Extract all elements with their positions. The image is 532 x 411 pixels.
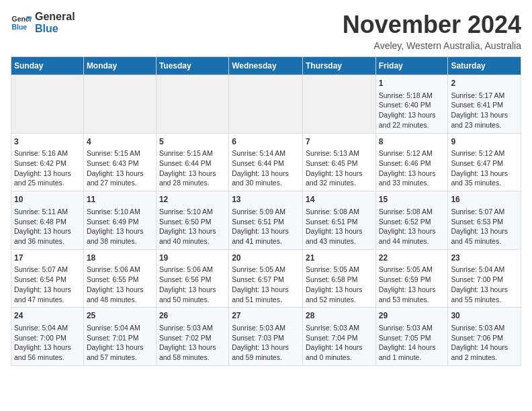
day-info: Sunset: 6:53 PM	[451, 217, 518, 227]
day-info: Daylight: 13 hours and 44 minutes.	[379, 226, 445, 246]
day-number: 10	[14, 194, 81, 205]
weekday-header-thursday: Thursday	[302, 57, 375, 75]
day-info: Sunrise: 5:05 AM	[306, 265, 373, 275]
day-info: Sunset: 6:59 PM	[379, 275, 445, 285]
location-title: Aveley, Western Australia, Australia	[343, 40, 521, 51]
day-info: Daylight: 13 hours and 23 minutes.	[451, 110, 518, 130]
day-number: 19	[159, 253, 226, 264]
calendar-cell: 7Sunrise: 5:13 AMSunset: 6:45 PMDaylight…	[302, 133, 375, 191]
day-info: Daylight: 13 hours and 25 minutes.	[14, 169, 81, 188]
day-number: 11	[87, 194, 153, 205]
logo: General Blue General Blue	[11, 11, 75, 34]
calendar-cell: 18Sunrise: 5:06 AMSunset: 6:55 PMDayligh…	[83, 249, 156, 308]
day-info: Daylight: 13 hours and 47 minutes.	[14, 285, 81, 304]
day-number: 29	[379, 310, 445, 322]
day-number: 22	[379, 253, 445, 264]
day-number: 2	[451, 78, 518, 89]
day-info: Sunrise: 5:07 AM	[14, 265, 81, 275]
day-number: 26	[159, 310, 226, 322]
day-info: Sunset: 7:01 PM	[87, 333, 153, 343]
day-info: Sunset: 6:40 PM	[379, 100, 445, 110]
weekday-header-saturday: Saturday	[448, 57, 521, 75]
day-info: Daylight: 13 hours and 35 minutes.	[451, 169, 518, 188]
calendar-cell: 22Sunrise: 5:05 AMSunset: 6:59 PMDayligh…	[375, 249, 448, 308]
day-number: 18	[87, 253, 153, 264]
calendar-cell: 2Sunrise: 5:17 AMSunset: 6:41 PMDaylight…	[448, 75, 521, 134]
day-info: Daylight: 13 hours and 58 minutes.	[159, 342, 226, 362]
day-number: 16	[451, 194, 518, 205]
day-number: 21	[306, 253, 373, 264]
calendar-cell: 13Sunrise: 5:09 AMSunset: 6:51 PMDayligh…	[229, 191, 303, 250]
calendar-cell: 6Sunrise: 5:14 AMSunset: 6:44 PMDaylight…	[229, 133, 303, 191]
day-number: 15	[379, 194, 445, 205]
day-info: Sunset: 6:57 PM	[232, 275, 300, 285]
day-info: Daylight: 13 hours and 32 minutes.	[306, 169, 373, 188]
day-number: 6	[232, 136, 300, 148]
day-info: Sunset: 6:44 PM	[159, 158, 226, 169]
calendar-cell: 8Sunrise: 5:12 AMSunset: 6:46 PMDaylight…	[375, 133, 448, 191]
day-number: 8	[379, 136, 445, 148]
day-info: Daylight: 13 hours and 38 minutes.	[87, 226, 153, 246]
day-info: Sunrise: 5:09 AM	[232, 207, 300, 217]
day-info: Sunrise: 5:12 AM	[379, 148, 445, 158]
day-info: Sunset: 6:49 PM	[87, 217, 153, 227]
day-info: Sunset: 6:43 PM	[87, 158, 153, 169]
day-info: Sunrise: 5:05 AM	[379, 265, 445, 275]
calendar-cell: 27Sunrise: 5:03 AMSunset: 7:03 PMDayligh…	[229, 308, 303, 366]
day-number: 13	[232, 194, 300, 205]
day-number: 7	[306, 136, 373, 148]
day-info: Sunset: 6:46 PM	[379, 158, 445, 169]
day-info: Daylight: 13 hours and 43 minutes.	[306, 226, 373, 246]
day-info: Sunset: 7:03 PM	[232, 333, 300, 343]
day-info: Sunrise: 5:03 AM	[451, 323, 518, 333]
calendar-cell: 25Sunrise: 5:04 AMSunset: 7:01 PMDayligh…	[83, 308, 156, 366]
day-info: Sunrise: 5:04 AM	[451, 265, 518, 275]
day-info: Sunset: 6:52 PM	[379, 217, 445, 227]
day-info: Sunset: 6:54 PM	[14, 275, 81, 285]
day-info: Sunrise: 5:11 AM	[14, 207, 81, 217]
day-info: Sunset: 6:51 PM	[306, 217, 373, 227]
day-info: Sunrise: 5:15 AM	[159, 148, 226, 158]
calendar-cell: 12Sunrise: 5:10 AMSunset: 6:50 PMDayligh…	[156, 191, 228, 250]
calendar-week-row: 10Sunrise: 5:11 AMSunset: 6:48 PMDayligh…	[11, 191, 521, 250]
day-info: Sunrise: 5:15 AM	[87, 148, 153, 158]
day-info: Daylight: 13 hours and 45 minutes.	[451, 226, 518, 246]
day-info: Sunrise: 5:03 AM	[232, 323, 300, 333]
day-number: 14	[306, 194, 373, 205]
day-info: Sunrise: 5:08 AM	[379, 207, 445, 217]
day-info: Sunset: 6:47 PM	[451, 158, 518, 169]
calendar-cell: 24Sunrise: 5:04 AMSunset: 7:00 PMDayligh…	[11, 308, 84, 366]
calendar-header-row: SundayMondayTuesdayWednesdayThursdayFrid…	[11, 57, 521, 75]
day-info: Sunset: 7:04 PM	[306, 333, 373, 343]
calendar-cell: 3Sunrise: 5:16 AMSunset: 6:42 PMDaylight…	[11, 133, 84, 191]
calendar-cell: 9Sunrise: 5:12 AMSunset: 6:47 PMDaylight…	[448, 133, 521, 191]
calendar-week-row: 1Sunrise: 5:18 AMSunset: 6:40 PMDaylight…	[11, 75, 521, 134]
calendar-cell: 19Sunrise: 5:06 AMSunset: 6:56 PMDayligh…	[156, 249, 228, 308]
calendar-cell: 20Sunrise: 5:05 AMSunset: 6:57 PMDayligh…	[229, 249, 303, 308]
day-info: Sunrise: 5:16 AM	[14, 148, 81, 158]
title-block: November 2024 Aveley, Western Australia,…	[343, 11, 521, 51]
day-info: Daylight: 14 hours and 1 minute.	[379, 342, 445, 362]
svg-text:Blue: Blue	[12, 23, 28, 30]
day-info: Sunrise: 5:13 AM	[306, 148, 373, 158]
day-info: Daylight: 14 hours and 0 minutes.	[306, 342, 373, 362]
day-info: Sunset: 7:02 PM	[159, 333, 226, 343]
day-info: Daylight: 13 hours and 53 minutes.	[379, 285, 445, 304]
day-info: Sunrise: 5:10 AM	[87, 207, 153, 217]
day-info: Sunset: 7:06 PM	[451, 333, 518, 343]
calendar-cell: 23Sunrise: 5:04 AMSunset: 7:00 PMDayligh…	[448, 249, 521, 308]
day-info: Daylight: 13 hours and 55 minutes.	[451, 285, 518, 304]
day-info: Daylight: 13 hours and 50 minutes.	[159, 285, 226, 304]
day-number: 9	[451, 136, 518, 148]
day-info: Sunset: 6:50 PM	[159, 217, 226, 227]
day-info: Sunrise: 5:04 AM	[14, 323, 81, 333]
day-number: 17	[14, 253, 81, 264]
calendar-cell: 10Sunrise: 5:11 AMSunset: 6:48 PMDayligh…	[11, 191, 84, 250]
month-title: November 2024	[343, 11, 521, 39]
calendar-cell: 15Sunrise: 5:08 AMSunset: 6:52 PMDayligh…	[375, 191, 448, 250]
day-info: Daylight: 13 hours and 57 minutes.	[87, 342, 153, 362]
day-info: Daylight: 13 hours and 59 minutes.	[232, 342, 300, 362]
logo-icon: General Blue	[11, 12, 32, 34]
day-info: Sunrise: 5:04 AM	[87, 323, 153, 333]
day-info: Daylight: 13 hours and 41 minutes.	[232, 226, 300, 246]
